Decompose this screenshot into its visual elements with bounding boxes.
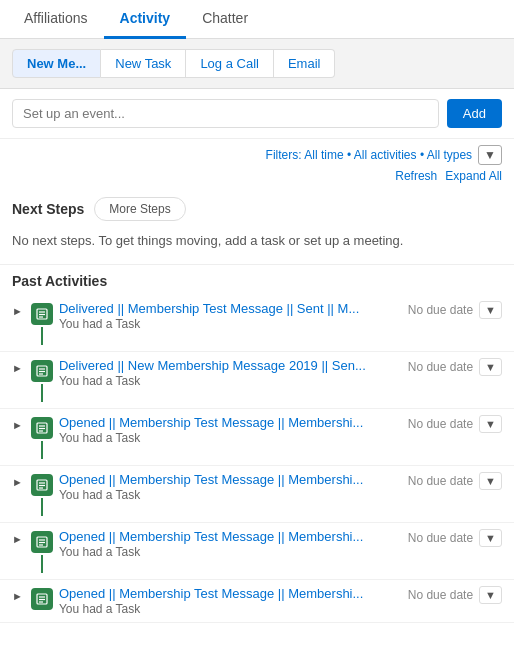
activity-connector-line [41,327,43,345]
event-input[interactable] [12,99,439,128]
activity-title-link[interactable]: Delivered || New Membership Message 2019… [59,358,394,373]
activity-subtitle: You had a Task [59,488,394,502]
tab-chatter[interactable]: Chatter [186,0,264,39]
activity-dropdown-button[interactable]: ▼ [479,472,502,490]
activity-item: ► Delivered || New Membership Message 20… [0,352,514,409]
activity-icon-wrap [31,588,53,610]
activity-due-date: No due date [408,360,473,374]
activity-connector-line [41,441,43,459]
activity-title-link[interactable]: Delivered || Membership Test Message || … [59,301,394,316]
activity-meta: No due date ▼ [400,301,502,319]
activity-dropdown-button[interactable]: ▼ [479,415,502,433]
activity-title-link[interactable]: Opened || Membership Test Message || Mem… [59,415,394,430]
tab-activity[interactable]: Activity [104,0,187,39]
activity-dropdown-button[interactable]: ▼ [479,586,502,604]
activity-chevron-button[interactable]: ► [12,531,25,545]
activity-dropdown-button[interactable]: ▼ [479,529,502,547]
activity-task-icon [31,303,53,325]
event-input-row: Add [0,89,514,139]
activity-item: ► Opened || Membership Test Message || M… [0,523,514,580]
new-meeting-button[interactable]: New Me... [12,49,101,78]
activity-chevron-button[interactable]: ► [12,360,25,374]
next-steps-title: Next Steps [12,201,84,217]
activity-task-icon [31,360,53,382]
activity-content: Opened || Membership Test Message || Mem… [59,586,394,616]
activity-task-icon [31,588,53,610]
activity-due-date: No due date [408,474,473,488]
email-button[interactable]: Email [274,49,336,78]
activity-item: ► Opened || Membership Test Message || M… [0,580,514,623]
filter-all-time[interactable]: All time [304,148,343,162]
activity-meta: No due date ▼ [400,529,502,547]
activity-connector-line [41,555,43,573]
activity-icon-wrap [31,303,53,345]
activity-meta: No due date ▼ [400,472,502,490]
tab-bar: Affiliations Activity Chatter [0,0,514,39]
activity-item: ► Opened || Membership Test Message || M… [0,409,514,466]
activity-due-date: No due date [408,417,473,431]
activity-content: Delivered || Membership Test Message || … [59,301,394,331]
more-steps-button[interactable]: More Steps [94,197,185,221]
activity-content: Opened || Membership Test Message || Mem… [59,472,394,502]
add-button[interactable]: Add [447,99,502,128]
activity-task-icon [31,417,53,439]
activity-icon-wrap [31,474,53,516]
activity-subtitle: You had a Task [59,431,394,445]
activity-dropdown-button[interactable]: ▼ [479,301,502,319]
activity-task-icon [31,474,53,496]
activity-title-link[interactable]: Opened || Membership Test Message || Mem… [59,529,394,544]
new-task-button[interactable]: New Task [101,49,186,78]
activity-meta: No due date ▼ [400,358,502,376]
activity-dropdown-button[interactable]: ▼ [479,358,502,376]
activity-icon-wrap [31,531,53,573]
activity-title-link[interactable]: Opened || Membership Test Message || Mem… [59,472,394,487]
refresh-expand-row: Refresh Expand All [0,167,514,189]
activity-chevron-button[interactable]: ► [12,474,25,488]
action-buttons-row: New Me... New Task Log a Call Email [0,39,514,89]
filters-row: Filters: All time • All activities • All… [0,139,514,167]
activity-subtitle: You had a Task [59,317,394,331]
filter-icon-button[interactable]: ▼ [478,145,502,165]
activity-due-date: No due date [408,531,473,545]
activity-content: Opened || Membership Test Message || Mem… [59,529,394,559]
activity-due-date: No due date [408,588,473,602]
activity-subtitle: You had a Task [59,545,394,559]
past-activities-title: Past Activities [12,273,107,289]
tab-affiliations[interactable]: Affiliations [8,0,104,39]
activity-icon-wrap [31,360,53,402]
activity-connector-line [41,384,43,402]
refresh-link[interactable]: Refresh [395,169,437,183]
activity-meta: No due date ▼ [400,586,502,604]
activity-chevron-button[interactable]: ► [12,417,25,431]
activity-due-date: No due date [408,303,473,317]
expand-all-link[interactable]: Expand All [445,169,502,183]
filters-label: Filters: All time • All activities • All… [266,148,473,162]
filter-all-activities[interactable]: All activities [354,148,417,162]
activity-task-icon [31,531,53,553]
activity-icon-wrap [31,417,53,459]
past-activities-header: Past Activities [0,264,514,295]
activity-content: Opened || Membership Test Message || Mem… [59,415,394,445]
activity-meta: No due date ▼ [400,415,502,433]
activity-title-link[interactable]: Opened || Membership Test Message || Mem… [59,586,394,601]
activity-chevron-button[interactable]: ► [12,303,25,317]
filter-all-types[interactable]: All types [427,148,472,162]
activity-item: ► Opened || Membership Test Message || M… [0,466,514,523]
next-steps-section-header: Next Steps More Steps [0,189,514,229]
activity-subtitle: You had a Task [59,374,394,388]
activity-chevron-button[interactable]: ► [12,588,25,602]
no-next-steps-message: No next steps. To get things moving, add… [0,229,514,264]
activity-content: Delivered || New Membership Message 2019… [59,358,394,388]
activity-connector-line [41,498,43,516]
activity-item: ► Delivered || Membership Test Message |… [0,295,514,352]
log-a-call-button[interactable]: Log a Call [186,49,274,78]
activity-list: ► Delivered || Membership Test Message |… [0,295,514,631]
activity-subtitle: You had a Task [59,602,394,616]
